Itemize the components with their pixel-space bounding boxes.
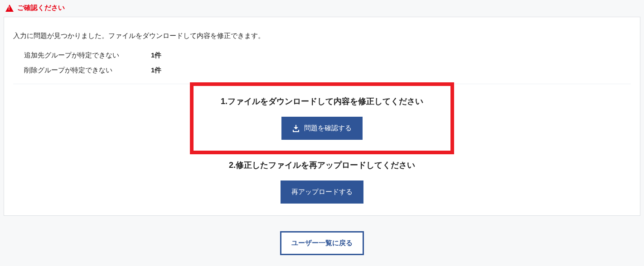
- reupload-button[interactable]: 再アップロードする: [281, 180, 363, 204]
- step-2-box: 2.修正したファイルを再アップロードしてください 再アップロードする: [13, 160, 631, 204]
- intro-text: 入力に問題が見つかりました。ファイルをダウンロードして内容を修正できます。: [13, 32, 631, 40]
- download-icon: [292, 125, 300, 132]
- error-row: 削除グループが特定できない 1件: [24, 66, 631, 75]
- alert-heading: ご確認ください: [4, 4, 640, 12]
- back-to-user-list-button[interactable]: ユーザー一覧に戻る: [280, 231, 364, 255]
- back-to-user-list-button-label: ユーザー一覧に戻る: [291, 239, 353, 247]
- step-1-box: 1.ファイルをダウンロードして内容を修正してください 問題を確認する: [190, 82, 454, 154]
- warning-icon: [5, 5, 14, 12]
- step-1-heading: 1.ファイルをダウンロードして内容を修正してください: [221, 96, 423, 107]
- error-count: 1件: [151, 66, 161, 75]
- check-problems-button[interactable]: 問題を確認する: [281, 117, 363, 140]
- error-count: 1件: [151, 51, 161, 60]
- error-label: 追加先グループが特定できない: [24, 51, 151, 60]
- step-2-heading: 2.修正したファイルを再アップロードしてください: [13, 160, 631, 171]
- reupload-button-label: 再アップロードする: [291, 188, 353, 196]
- check-problems-button-label: 問題を確認する: [304, 124, 352, 133]
- alert-heading-text: ご確認ください: [17, 4, 65, 12]
- error-row: 追加先グループが特定できない 1件: [24, 51, 631, 60]
- error-list: 追加先グループが特定できない 1件 削除グループが特定できない 1件: [13, 51, 631, 84]
- error-panel: 入力に問題が見つかりました。ファイルをダウンロードして内容を修正できます。 追加…: [4, 17, 640, 216]
- error-label: 削除グループが特定できない: [24, 66, 151, 75]
